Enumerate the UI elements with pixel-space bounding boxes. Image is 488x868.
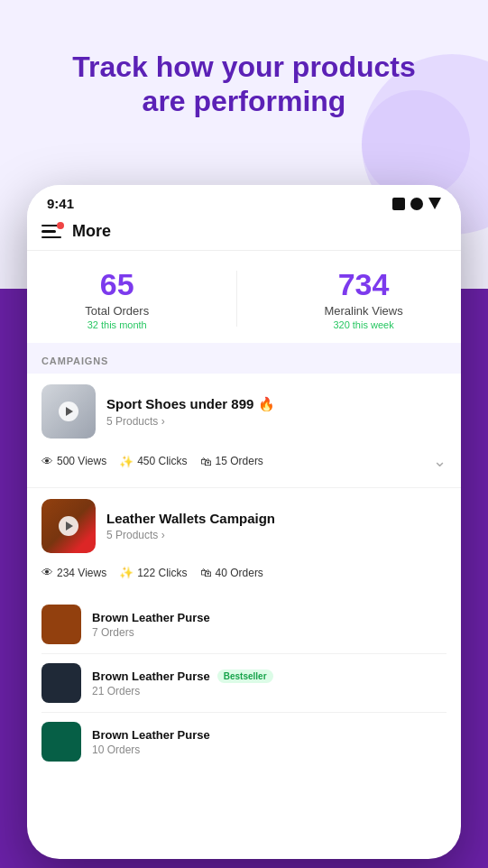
list-item[interactable]: Brown Leather Purse 10 Orders	[41, 713, 447, 771]
product-thumb-3	[41, 722, 81, 762]
eye-icon-2: 👁	[41, 566, 53, 579]
product-orders-2: 21 Orders	[92, 685, 447, 697]
nav-title: More	[72, 222, 111, 241]
campaign-name-1: Sport Shoes under 899 🔥	[106, 396, 447, 412]
bag-icon: 🛍	[200, 455, 212, 468]
campaigns-section: CAMPAIGNS	[27, 343, 461, 374]
product-name-1: Brown Leather Purse	[92, 611, 210, 624]
product-name-row-3: Brown Leather Purse	[92, 728, 447, 742]
bag-icon-2: 🛍	[200, 566, 212, 579]
product-thumb-1	[41, 605, 81, 644]
campaign-stats-1: 👁 500 Views ✨ 450 Clicks 🛍 15 Orders ⌄	[41, 446, 447, 476]
notification-dot	[57, 222, 64, 229]
campaign-stats-2: 👁 234 Views ✨ 122 Clicks 🛍 40 Orders	[41, 560, 447, 585]
play-icon-1	[66, 407, 73, 416]
menu-line-2	[41, 230, 56, 233]
orders-stat-1: 🛍 15 Orders	[200, 455, 263, 468]
clicks-stat-2: ✨ 122 Clicks	[119, 566, 187, 579]
status-bar: 9:41	[27, 185, 461, 215]
campaigns-label: CAMPAIGNS	[41, 356, 108, 366]
product-list: Brown Leather Purse 7 Orders Brown Leath…	[27, 596, 461, 771]
views-stat-1: 👁 500 Views	[41, 455, 106, 468]
thumb-bg-leather	[41, 499, 96, 553]
meralink-views-value: 734	[324, 267, 402, 302]
campaign-thumb-2	[41, 499, 96, 553]
campaign-info-2: Leather Wallets Campaign 5 Products ›	[106, 511, 447, 541]
campaign-info-1: Sport Shoes under 899 🔥 5 Products ›	[106, 396, 447, 428]
stats-divider	[236, 271, 237, 327]
signal-icon	[410, 198, 423, 210]
hamburger-menu-icon[interactable]	[41, 225, 61, 239]
product-name-row-2: Brown Leather Purse Bestseller	[92, 669, 447, 683]
headline: Track how your products are performing	[27, 50, 461, 119]
campaign-card-1[interactable]: Sport Shoes under 899 🔥 5 Products › 👁 5…	[27, 374, 461, 487]
status-time: 9:41	[47, 196, 74, 211]
product-thumb-2	[41, 663, 81, 703]
play-icon-2	[66, 522, 73, 531]
total-orders-label: Total Orders	[85, 304, 149, 318]
status-icons	[392, 198, 441, 210]
product-name-row-1: Brown Leather Purse	[92, 611, 447, 624]
campaign-products-2: 5 Products ›	[106, 529, 447, 541]
headline-line1: Track how your products	[72, 51, 416, 83]
play-button-1[interactable]	[59, 402, 78, 421]
product-info-3: Brown Leather Purse 10 Orders	[92, 728, 447, 756]
bestseller-badge: Bestseller	[217, 669, 273, 683]
product-name-3: Brown Leather Purse	[92, 728, 210, 742]
nav-bar: More	[27, 215, 461, 251]
click-icon-2: ✨	[119, 566, 134, 579]
views-stat-2: 👁 234 Views	[41, 566, 106, 579]
total-orders-value: 65	[85, 267, 149, 302]
headline-line2: are performing	[143, 85, 346, 117]
battery-icon	[392, 198, 405, 210]
click-icon: ✨	[119, 455, 134, 468]
campaign-name-2: Leather Wallets Campaign	[106, 511, 447, 526]
list-item[interactable]: Brown Leather Purse 7 Orders	[41, 596, 447, 654]
total-orders-sub: 32 this month	[85, 319, 149, 330]
campaign-card-2[interactable]: Leather Wallets Campaign 5 Products › 👁 …	[27, 488, 461, 596]
total-orders-stat: 65 Total Orders 32 this month	[85, 267, 149, 330]
menu-line-3	[41, 236, 61, 239]
thumb-bg-shoes	[41, 384, 96, 439]
campaign-thumb-1	[41, 384, 96, 439]
product-name-2: Brown Leather Purse	[92, 669, 210, 683]
meralink-views-stat: 734 Meralink Views 320 this week	[324, 267, 402, 330]
meralink-views-sub: 320 this week	[324, 319, 402, 330]
chevron-down-icon[interactable]: ⌄	[433, 451, 447, 471]
product-orders-3: 10 Orders	[92, 743, 447, 756]
play-button-2[interactable]	[59, 516, 78, 536]
meralink-views-label: Meralink Views	[324, 304, 402, 318]
product-orders-1: 7 Orders	[92, 626, 447, 639]
campaign-header-2: Leather Wallets Campaign 5 Products ›	[41, 499, 447, 553]
clicks-stat-1: ✨ 450 Clicks	[119, 455, 187, 468]
list-item[interactable]: Brown Leather Purse Bestseller 21 Orders	[41, 654, 447, 713]
product-info-2: Brown Leather Purse Bestseller 21 Orders	[92, 669, 447, 697]
product-info-1: Brown Leather Purse 7 Orders	[92, 611, 447, 639]
orders-stat-2: 🛍 40 Orders	[200, 566, 263, 579]
campaign-products-1: 5 Products ›	[106, 415, 447, 428]
wifi-icon	[428, 198, 441, 209]
campaign-header-1: Sport Shoes under 899 🔥 5 Products ›	[41, 384, 447, 439]
stats-section: 65 Total Orders 32 this month 734 Merali…	[27, 251, 461, 343]
phone-mockup: 9:41 More 65 Total Orders 32 this month …	[27, 185, 461, 859]
eye-icon: 👁	[41, 455, 53, 468]
